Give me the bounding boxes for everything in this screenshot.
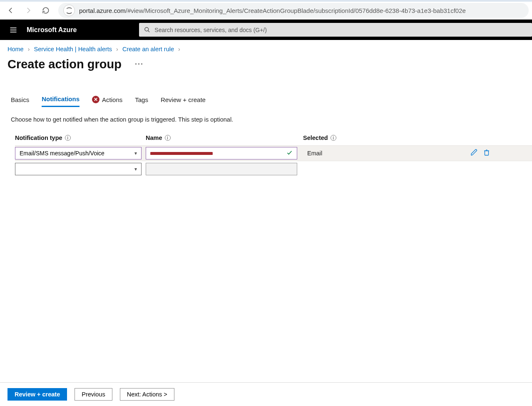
global-search[interactable] [139,23,532,37]
notifications-table: Notification type i Name i Selected i Em… [7,135,532,177]
chevron-down-icon: ▾ [134,166,137,172]
tab-actions-label: Actions [102,96,122,103]
tab-review-create[interactable]: Review + create [161,95,206,107]
th-selected: Selected i [303,135,445,141]
redacted-text [150,153,213,154]
previous-button[interactable]: Previous [75,388,112,401]
breadcrumb-home[interactable]: Home [7,46,24,52]
table-header-row: Notification type i Name i Selected i [15,135,532,141]
chevron-down-icon: ▾ [134,150,137,156]
next-actions-button[interactable]: Next: Actions > [120,388,174,401]
tab-hint: Choose how to get notified when the acti… [7,116,532,123]
tab-tags[interactable]: Tags [135,95,148,107]
url-path: /#view/Microsoft_Azure_Monitoring_Alerts… [126,7,466,14]
th-name: Name i [146,135,303,141]
svg-rect-5 [485,151,489,155]
url-host: portal.azure.com [79,7,126,14]
search-icon [144,27,150,33]
browser-back-button[interactable] [3,3,18,18]
info-icon[interactable]: i [65,135,71,141]
notification-name-input[interactable] [146,147,297,159]
menu-button[interactable] [5,22,22,38]
th-notification-type: Notification type i [15,135,146,141]
footer-bar: Review + create Previous Next: Actions > [0,382,532,406]
info-icon[interactable]: i [331,135,336,141]
breadcrumb-create-alert-rule[interactable]: Create an alert rule [122,46,174,52]
notification-name-input [146,163,297,175]
brand-label[interactable]: Microsoft Azure [27,26,77,34]
global-search-input[interactable] [154,27,527,33]
selected-value: Email [303,150,322,157]
svg-line-4 [148,30,150,32]
breadcrumb: Home › Service Health | Health alerts › … [7,46,532,52]
page-more-button[interactable]: ··· [135,60,144,69]
browser-url-bar[interactable]: ⁐ portal.azure.com/#view/Microsoft_Azure… [58,3,529,18]
site-identity-icon[interactable]: ⁐ [63,5,75,16]
browser-toolbar: ⁐ portal.azure.com/#view/Microsoft_Azure… [0,0,532,20]
browser-forward-button[interactable] [21,3,36,18]
table-row: ▾ [15,161,532,177]
chevron-right-icon: › [116,46,118,52]
delete-button[interactable] [483,149,490,158]
edit-button[interactable] [470,149,478,158]
select-value: Email/SMS message/Push/Voice [20,150,104,157]
tabs: Basics Notifications ✕ Actions Tags Revi… [7,95,532,107]
error-badge-icon: ✕ [92,96,99,103]
page-title-text: Create action group [7,57,122,71]
notification-type-select[interactable]: ▾ [15,163,142,175]
notification-type-select[interactable]: Email/SMS message/Push/Voice ▾ [15,147,142,159]
breadcrumb-service-health[interactable]: Service Health | Health alerts [34,46,112,52]
info-icon[interactable]: i [165,135,171,141]
tab-basics[interactable]: Basics [11,95,29,107]
tab-actions[interactable]: ✕ Actions [92,95,122,107]
content-area: Home › Service Health | Health alerts › … [0,40,532,382]
chevron-right-icon: › [178,46,180,52]
chevron-right-icon: › [28,46,30,52]
tab-notifications[interactable]: Notifications [42,95,80,107]
azure-top-bar: Microsoft Azure [0,20,532,40]
table-row: Email/SMS message/Push/Voice ▾ Email [15,145,532,161]
check-icon [286,149,293,157]
browser-refresh-button[interactable] [38,3,53,18]
svg-point-3 [145,27,149,31]
review-create-button[interactable]: Review + create [7,388,67,401]
page-title: Create action group ··· [7,57,532,71]
